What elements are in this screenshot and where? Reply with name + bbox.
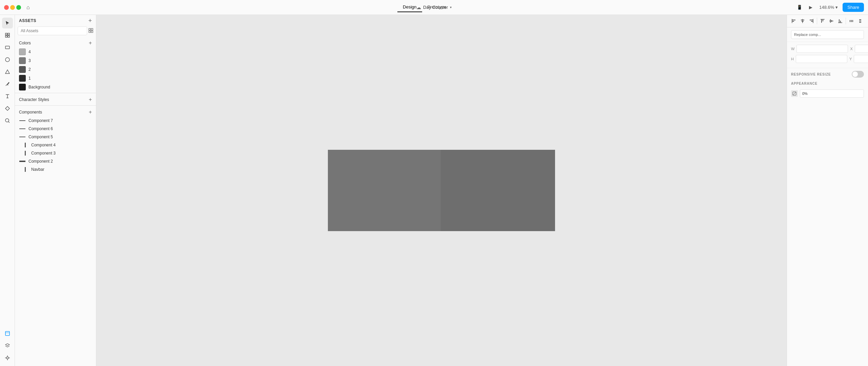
zoom-tool[interactable]	[2, 115, 13, 126]
component-name-4: Component 4	[31, 143, 56, 147]
distribute-v-button[interactable]	[856, 17, 864, 25]
plugins-button[interactable]	[2, 352, 13, 363]
svg-point-8	[6, 357, 8, 359]
width-input[interactable]	[796, 45, 848, 53]
components-add-button[interactable]: +	[89, 109, 92, 115]
color-swatch-4	[19, 48, 26, 55]
layers-button[interactable]	[2, 340, 13, 351]
svg-rect-29	[840, 21, 841, 23]
svg-rect-4	[5, 46, 9, 49]
component-tool[interactable]	[2, 103, 13, 114]
component-icon-4	[22, 143, 28, 147]
y-input[interactable]	[854, 55, 868, 63]
char-styles-section-header: Character Styles +	[15, 95, 96, 104]
color-swatch-background	[19, 84, 26, 90]
svg-rect-32	[851, 20, 852, 22]
frame-tool[interactable]	[2, 30, 13, 41]
right-panel: Replace comp... W X H Y RESPONSIVE RESIZ…	[787, 15, 868, 366]
select-tool[interactable]	[2, 18, 13, 28]
component-item-2[interactable]: Component 2	[15, 157, 96, 165]
component-item-3[interactable]: Component 3	[15, 149, 96, 157]
svg-rect-31	[850, 20, 850, 22]
component-item-navbar[interactable]: Navbar	[15, 165, 96, 174]
grid-toggle-button[interactable]	[88, 28, 93, 34]
play-button[interactable]: ▶	[807, 3, 814, 11]
height-input[interactable]	[796, 55, 847, 63]
traffic-light-red[interactable]	[4, 5, 9, 10]
x-input[interactable]	[855, 45, 868, 53]
zoom-chevron-icon: ▾	[835, 5, 838, 10]
color-item-1[interactable]: 1	[15, 74, 96, 83]
svg-rect-11	[89, 31, 91, 33]
svg-rect-33	[852, 20, 853, 22]
share-button[interactable]: Share	[843, 3, 864, 12]
svg-rect-9	[89, 28, 91, 30]
svg-rect-2	[5, 36, 7, 37]
topbar-center: Design Prototype ☁ Day Counter ▾	[54, 2, 795, 12]
color-item-background[interactable]: Background	[15, 83, 96, 92]
color-swatch-3	[19, 57, 26, 64]
char-styles-add-button[interactable]: +	[89, 97, 92, 103]
align-bottom-button[interactable]	[836, 17, 844, 25]
component-icon-6	[19, 128, 26, 129]
align-middle-v-button[interactable]	[827, 17, 835, 25]
color-swatch-1	[19, 75, 26, 82]
responsive-resize-toggle[interactable]	[852, 71, 864, 78]
svg-rect-10	[91, 28, 93, 30]
project-title-area: ☁ Day Counter ▾	[416, 5, 452, 10]
replace-component-button[interactable]: Replace comp...	[791, 30, 864, 39]
component-icon-2	[19, 161, 26, 162]
frame-container[interactable]	[328, 150, 555, 231]
opacity-input[interactable]	[800, 89, 864, 98]
svg-rect-19	[810, 20, 813, 20]
align-top-button[interactable]	[818, 17, 827, 25]
triangle-tool[interactable]	[2, 66, 13, 77]
component-item-5[interactable]: Component 5	[15, 133, 96, 141]
zoom-button[interactable]: 148.6% ▾	[817, 3, 840, 11]
pen-tool[interactable]	[2, 79, 13, 89]
rectangle-tool[interactable]	[2, 42, 13, 53]
assets-add-button[interactable]: +	[88, 18, 92, 24]
toggle-knob	[852, 72, 858, 77]
svg-rect-12	[91, 31, 93, 33]
topbar: ⌂ Design Prototype ☁ Day Counter ▾ 📱 ▶ 1…	[0, 0, 868, 15]
alignment-toolbar	[787, 15, 868, 27]
component-item-6[interactable]: Component 6	[15, 125, 96, 133]
align-right-button[interactable]	[807, 17, 815, 25]
traffic-light-green[interactable]	[16, 5, 21, 10]
component-icon-5	[19, 137, 26, 137]
separator-2	[846, 18, 846, 24]
svg-rect-13	[792, 20, 795, 20]
color-item-4[interactable]: 4	[15, 47, 96, 56]
svg-rect-28	[839, 19, 840, 23]
color-name-3: 3	[28, 58, 31, 63]
component-item-7[interactable]: Component 7	[15, 117, 96, 125]
home-button[interactable]: ⌂	[26, 4, 30, 11]
component-name-5: Component 5	[28, 135, 53, 139]
component-name-2: Component 2	[28, 159, 53, 164]
colors-label: Colors	[19, 41, 31, 45]
wx-row: W X	[791, 45, 864, 53]
color-item-2[interactable]: 2	[15, 65, 96, 74]
frame-left-panel	[328, 150, 441, 231]
search-input[interactable]	[18, 26, 87, 35]
responsive-resize-header: RESPONSIVE RESIZE	[787, 68, 868, 79]
component-icon-7	[19, 120, 26, 121]
canvas-content	[328, 150, 555, 231]
char-styles-label: Character Styles	[19, 97, 49, 102]
component-item-4[interactable]: Component 4	[15, 141, 96, 149]
main-layout: ASSETS + Colors + 4 3 2 1	[0, 15, 868, 366]
hy-row: H Y	[791, 55, 864, 63]
pages-button[interactable]	[2, 328, 13, 339]
color-item-3[interactable]: 3	[15, 56, 96, 65]
align-center-h-button[interactable]	[798, 17, 807, 25]
align-left-button[interactable]	[790, 17, 798, 25]
traffic-light-yellow[interactable]	[10, 5, 15, 10]
colors-add-button[interactable]: +	[89, 40, 92, 46]
ellipse-tool[interactable]	[2, 54, 13, 65]
appearance-section	[787, 87, 868, 100]
text-tool[interactable]	[2, 91, 13, 102]
distribute-h-button[interactable]	[847, 17, 855, 25]
cloud-icon: ☁	[416, 5, 421, 10]
device-button[interactable]: 📱	[795, 3, 804, 11]
